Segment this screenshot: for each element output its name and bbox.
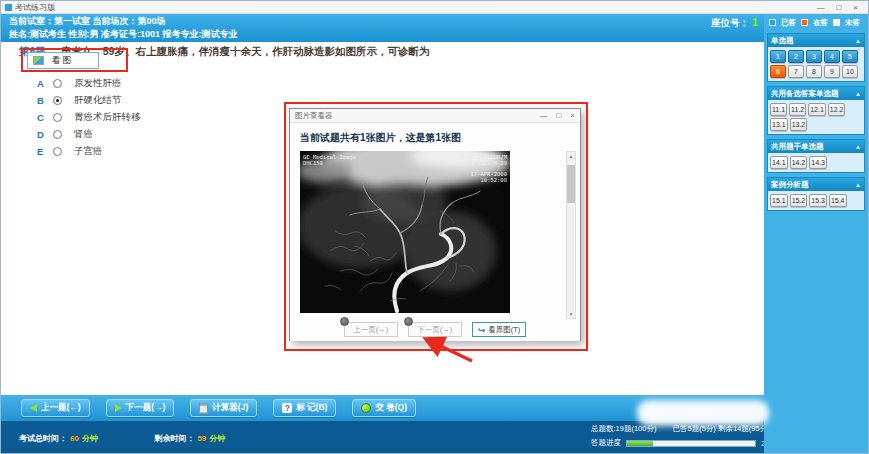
submit-button[interactable]: 交 卷(Q)	[352, 399, 416, 417]
section-title: 共用题干单选题	[771, 142, 824, 152]
view-original-button[interactable]: ↪看原图(T)	[472, 322, 527, 337]
image-viewer-dialog: 图片查看器 — □ × 当前试题共有1张图片，这是第1张图	[289, 108, 581, 341]
legend-swatch-在答	[801, 19, 808, 26]
option-row-E[interactable]: E子宫癌	[37, 143, 141, 160]
app-window: 考试练习版 — □ × 当前试室：第一试室 当前场次：第00场 姓名:测试考生 …	[0, 0, 869, 454]
radio-button-D[interactable]	[53, 130, 62, 139]
question-nav-button-15.2[interactable]: 15.2	[790, 194, 808, 207]
close-icon[interactable]: ×	[853, 3, 858, 12]
question-nav-button-13.2[interactable]: 13.2	[790, 118, 808, 131]
minimize-icon[interactable]: —	[816, 3, 824, 12]
dialog-titlebar: 图片查看器 — □ ×	[290, 109, 580, 123]
section-header-0[interactable]: 单选题▲	[768, 34, 864, 47]
question-nav-button-15.4[interactable]: 15.4	[829, 194, 847, 207]
question-nav-button-11.1[interactable]: 11.1	[770, 103, 787, 116]
calculator-button[interactable]: 计算器(J)	[190, 399, 257, 417]
option-text: 原发性肝癌	[74, 77, 122, 90]
toolbar-button-label: 上一题(←)	[41, 402, 81, 414]
status-legend: 已答在答未答	[767, 16, 865, 29]
question-nav-button-15.3[interactable]: 15.3	[809, 194, 827, 207]
dialog-scrollbar[interactable]: ▲ ▼	[566, 151, 576, 319]
chevron-up-icon: ▲	[855, 91, 861, 97]
question-nav-button-14.1[interactable]: 14.1	[770, 156, 788, 169]
dialog-scrollbar-thumb[interactable]	[567, 165, 575, 203]
prev-question-button[interactable]: 上一题(←)	[21, 399, 90, 417]
question-nav-button-14.3[interactable]: 14.3	[809, 156, 827, 169]
option-letter: B	[37, 95, 48, 106]
option-letter: E	[37, 146, 48, 157]
remaining-time-label: 剩余时间：	[154, 434, 194, 443]
dialog-button-label: 看原图(T)	[488, 325, 520, 335]
chevron-up-icon: ▲	[855, 38, 861, 44]
question-nav-button-14.2[interactable]: 14.2	[790, 156, 808, 169]
scroll-down-icon[interactable]: ▼	[567, 311, 575, 317]
section-body-3: 15.115.215.315.4	[768, 191, 864, 210]
next-page-button[interactable]: 下一页(→)	[408, 322, 462, 337]
question-nav-button-12.2[interactable]: 12.2	[828, 103, 846, 116]
question-nav-button-1[interactable]: 1	[770, 50, 786, 63]
prev-page-button[interactable]: 上一页(←)	[344, 322, 398, 337]
progress-fill	[627, 441, 653, 446]
question-nav-button-5[interactable]: 5	[842, 50, 858, 63]
legend-label: 已答	[781, 18, 796, 28]
question-nav-button-11.2[interactable]: 11.2	[789, 103, 806, 116]
section-title: 单选题	[771, 36, 794, 46]
question-nav-button-13.1[interactable]: 13.1	[770, 118, 788, 131]
option-text: 子宫癌	[74, 145, 103, 158]
question-nav-button-2[interactable]: 2	[788, 50, 804, 63]
option-row-D[interactable]: D肾癌	[37, 126, 141, 143]
image-caption-tr2: # 0122-M-09	[471, 160, 507, 166]
section-header-3[interactable]: 案例分析题▲	[768, 178, 864, 191]
dialog-maximize-icon[interactable]: □	[556, 111, 561, 120]
radio-button-C[interactable]	[53, 113, 62, 122]
question-nav-button-6[interactable]: 6	[770, 65, 786, 78]
question-nav-button-8[interactable]: 8	[806, 65, 822, 78]
picture-icon	[33, 56, 44, 65]
view-image-button[interactable]: 看 图	[27, 52, 99, 69]
radio-button-B[interactable]	[53, 96, 62, 105]
section-panel-2: 共用题干单选题▲14.114.214.3	[767, 139, 865, 173]
total-time-unit: 分钟	[82, 434, 98, 443]
dialog-button-label: 上一页(←)	[353, 325, 388, 335]
question-mark-icon: ?	[282, 403, 292, 413]
exam-header: 当前试室：第一试室 当前场次：第00场 姓名:测试考生 性别:男 准考证号:10…	[1, 14, 766, 42]
question-nav-button-4[interactable]: 4	[824, 50, 840, 63]
section-body-1: 11.111.212.112.213.113.2	[768, 100, 864, 134]
chevron-up-icon: ▲	[855, 182, 861, 188]
seat-number: 座位号：1	[711, 16, 758, 29]
mark-button[interactable]: ?标 记(B)	[273, 399, 336, 417]
question-nav-button-3[interactable]: 3	[806, 50, 822, 63]
option-text: 肝硬化结节	[74, 94, 122, 107]
dialog-title: 图片查看器	[295, 111, 333, 121]
section-header-2[interactable]: 共用题干单选题▲	[768, 140, 864, 153]
question-nav-button-12.1[interactable]: 12.1	[808, 103, 826, 116]
question-nav-button-9[interactable]: 9	[824, 65, 840, 78]
disabled-badge-icon	[340, 317, 349, 326]
scroll-up-icon[interactable]: ▲	[567, 153, 575, 159]
section-header-1[interactable]: 共用备选答案单选题▲	[768, 87, 864, 100]
toolbar-button-label: 下一题(→)	[126, 402, 166, 414]
question-nav-button-15.1[interactable]: 15.1	[770, 194, 788, 207]
option-row-B[interactable]: B肝硬化结节	[37, 92, 141, 109]
question-nav-button-7[interactable]: 7	[788, 65, 804, 78]
green-circle-icon	[361, 403, 371, 413]
radio-button-E[interactable]	[53, 147, 62, 156]
section-title: 案例分析题	[771, 180, 809, 190]
progress-bar	[626, 440, 756, 447]
arrow-left-icon	[30, 404, 37, 412]
next-question-button[interactable]: 下一题(→)	[106, 399, 175, 417]
seat-label: 座位号：	[711, 17, 749, 28]
dialog-minimize-icon[interactable]: —	[539, 111, 547, 120]
dialog-buttons: 上一页(←)下一页(→)↪看原图(T)	[290, 322, 580, 337]
radio-button-A[interactable]	[53, 79, 62, 88]
option-text: 胃癌术后肝转移	[74, 111, 141, 124]
dialog-button-label: 下一页(→)	[417, 325, 452, 335]
question-nav-button-10[interactable]: 10	[842, 65, 858, 78]
question-row: 第6题 患者女，59岁。右上腹胀痛，伴消瘦十余天，作肝动脉造影如图所示，可诊断为	[19, 45, 749, 59]
option-row-A[interactable]: A原发性肝癌	[37, 75, 141, 92]
option-row-C[interactable]: C胃癌术后肝转移	[37, 109, 141, 126]
legend-label: 在答	[813, 18, 828, 28]
option-text: 肾癌	[74, 128, 93, 141]
dialog-close-icon[interactable]: ×	[570, 111, 575, 120]
maximize-icon[interactable]: □	[836, 3, 841, 12]
